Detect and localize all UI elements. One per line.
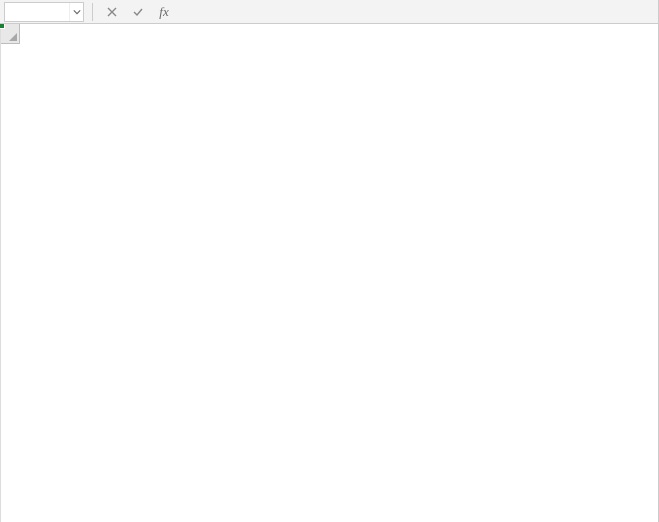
chevron-down-icon [73, 8, 81, 16]
fx-button[interactable]: fx [153, 3, 175, 21]
select-all-corner[interactable] [0, 24, 20, 44]
enter-button[interactable] [127, 3, 149, 21]
x-icon [106, 6, 118, 18]
fx-icon: fx [159, 4, 168, 20]
formula-bar: fx [0, 0, 658, 24]
separator [92, 3, 93, 21]
formula-input[interactable] [179, 3, 654, 21]
name-box-dropdown[interactable] [69, 3, 83, 21]
right-edge-line [0, 24, 1, 522]
name-box[interactable] [5, 3, 69, 21]
check-icon [132, 6, 144, 18]
worksheet[interactable] [0, 24, 658, 522]
name-box-wrap [4, 2, 84, 22]
cancel-button[interactable] [101, 3, 123, 21]
